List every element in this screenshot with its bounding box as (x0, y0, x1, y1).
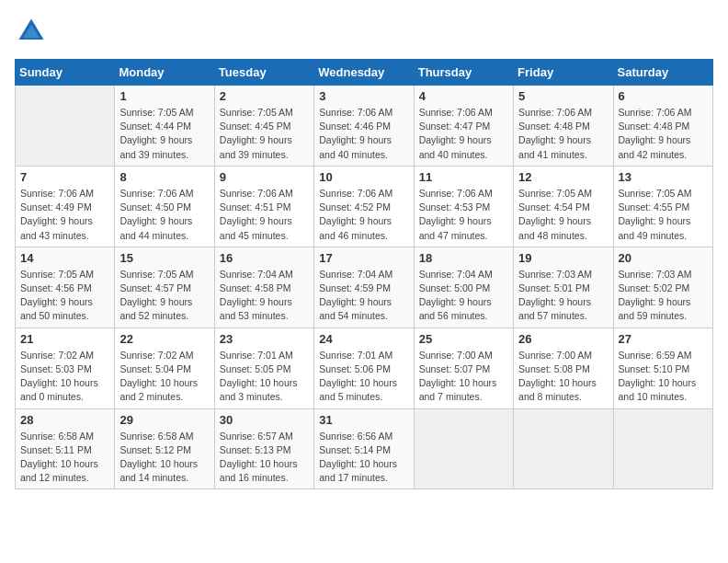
day-info: Sunrise: 7:06 AM Sunset: 4:50 PM Dayligh… (119, 187, 209, 243)
day-info: Sunrise: 7:06 AM Sunset: 4:46 PM Dayligh… (319, 106, 408, 162)
day-info: Sunrise: 7:06 AM Sunset: 4:52 PM Dayligh… (319, 187, 408, 243)
calendar-day-cell (514, 408, 613, 489)
day-info: Sunrise: 7:03 AM Sunset: 5:01 PM Dayligh… (518, 268, 608, 324)
calendar-day-cell: 26Sunrise: 7:00 AM Sunset: 5:08 PM Dayli… (514, 327, 613, 408)
calendar-header-cell: Monday (115, 60, 214, 86)
calendar-week-row: 1Sunrise: 7:05 AM Sunset: 4:44 PM Daylig… (16, 86, 713, 167)
calendar-day-cell: 1Sunrise: 7:05 AM Sunset: 4:44 PM Daylig… (115, 86, 214, 167)
day-number: 11 (419, 170, 508, 184)
calendar-day-cell (613, 408, 712, 489)
day-info: Sunrise: 7:05 AM Sunset: 4:57 PM Dayligh… (119, 268, 209, 324)
calendar-day-cell: 13Sunrise: 7:05 AM Sunset: 4:55 PM Dayli… (613, 166, 712, 247)
day-info: Sunrise: 7:00 AM Sunset: 5:07 PM Dayligh… (419, 349, 508, 405)
day-info: Sunrise: 7:04 AM Sunset: 4:59 PM Dayligh… (319, 268, 408, 324)
day-number: 8 (119, 170, 209, 184)
logo (15, 15, 51, 48)
day-info: Sunrise: 7:02 AM Sunset: 5:03 PM Dayligh… (20, 349, 109, 405)
day-number: 22 (119, 332, 209, 346)
day-number: 3 (319, 89, 408, 103)
day-number: 10 (319, 170, 408, 184)
day-info: Sunrise: 7:04 AM Sunset: 5:00 PM Dayligh… (419, 268, 508, 324)
calendar-day-cell: 14Sunrise: 7:05 AM Sunset: 4:56 PM Dayli… (16, 247, 115, 327)
day-number: 29 (119, 413, 209, 427)
day-info: Sunrise: 7:06 AM Sunset: 4:47 PM Dayligh… (419, 106, 508, 162)
day-number: 14 (20, 251, 109, 265)
day-number: 1 (119, 89, 209, 103)
calendar-day-cell (414, 408, 513, 489)
calendar-day-cell: 21Sunrise: 7:02 AM Sunset: 5:03 PM Dayli… (16, 327, 115, 408)
calendar-day-cell: 22Sunrise: 7:02 AM Sunset: 5:04 PM Dayli… (115, 327, 214, 408)
calendar-day-cell: 5Sunrise: 7:06 AM Sunset: 4:48 PM Daylig… (514, 86, 613, 167)
day-number: 13 (619, 170, 708, 184)
day-info: Sunrise: 7:06 AM Sunset: 4:49 PM Dayligh… (20, 187, 109, 243)
calendar-header: SundayMondayTuesdayWednesdayThursdayFrid… (16, 60, 713, 86)
day-info: Sunrise: 7:02 AM Sunset: 5:04 PM Dayligh… (119, 349, 209, 405)
day-number: 7 (20, 170, 109, 184)
calendar-day-cell: 20Sunrise: 7:03 AM Sunset: 5:02 PM Dayli… (613, 247, 712, 327)
day-number: 4 (419, 89, 508, 103)
day-number: 21 (20, 332, 109, 346)
day-number: 16 (220, 251, 309, 265)
day-number: 20 (619, 251, 708, 265)
logo-icon (15, 15, 48, 48)
day-info: Sunrise: 7:01 AM Sunset: 5:06 PM Dayligh… (319, 349, 408, 405)
calendar-day-cell: 17Sunrise: 7:04 AM Sunset: 4:59 PM Dayli… (314, 247, 414, 327)
calendar-day-cell: 2Sunrise: 7:05 AM Sunset: 4:45 PM Daylig… (214, 86, 313, 167)
day-info: Sunrise: 6:56 AM Sunset: 5:14 PM Dayligh… (319, 430, 408, 486)
calendar-day-cell: 19Sunrise: 7:03 AM Sunset: 5:01 PM Dayli… (514, 247, 613, 327)
day-number: 18 (419, 251, 508, 265)
day-info: Sunrise: 7:01 AM Sunset: 5:05 PM Dayligh… (220, 349, 309, 405)
day-number: 26 (518, 332, 608, 346)
calendar-header-cell: Tuesday (214, 60, 313, 86)
calendar-day-cell: 3Sunrise: 7:06 AM Sunset: 4:46 PM Daylig… (314, 86, 414, 167)
calendar-day-cell: 16Sunrise: 7:04 AM Sunset: 4:58 PM Dayli… (214, 247, 313, 327)
day-number: 9 (220, 170, 309, 184)
day-info: Sunrise: 7:06 AM Sunset: 4:48 PM Dayligh… (619, 106, 708, 162)
day-info: Sunrise: 6:57 AM Sunset: 5:13 PM Dayligh… (220, 430, 309, 486)
day-info: Sunrise: 7:05 AM Sunset: 4:45 PM Dayligh… (220, 106, 309, 162)
day-number: 27 (619, 332, 708, 346)
day-info: Sunrise: 6:58 AM Sunset: 5:11 PM Dayligh… (20, 430, 109, 486)
calendar-header-cell: Wednesday (314, 60, 414, 86)
calendar-day-cell: 10Sunrise: 7:06 AM Sunset: 4:52 PM Dayli… (314, 166, 414, 247)
calendar-day-cell: 18Sunrise: 7:04 AM Sunset: 5:00 PM Dayli… (414, 247, 513, 327)
day-info: Sunrise: 7:05 AM Sunset: 4:55 PM Dayligh… (619, 187, 708, 243)
day-number: 6 (619, 89, 708, 103)
calendar-day-cell: 25Sunrise: 7:00 AM Sunset: 5:07 PM Dayli… (414, 327, 513, 408)
day-number: 24 (319, 332, 408, 346)
calendar-day-cell: 29Sunrise: 6:58 AM Sunset: 5:12 PM Dayli… (115, 408, 214, 489)
day-info: Sunrise: 7:00 AM Sunset: 5:08 PM Dayligh… (518, 349, 608, 405)
calendar-week-row: 7Sunrise: 7:06 AM Sunset: 4:49 PM Daylig… (16, 166, 713, 247)
day-number: 5 (518, 89, 608, 103)
day-info: Sunrise: 7:05 AM Sunset: 4:54 PM Dayligh… (518, 187, 608, 243)
calendar-day-cell: 12Sunrise: 7:05 AM Sunset: 4:54 PM Dayli… (514, 166, 613, 247)
day-info: Sunrise: 7:06 AM Sunset: 4:51 PM Dayligh… (220, 187, 309, 243)
day-info: Sunrise: 7:06 AM Sunset: 4:48 PM Dayligh… (518, 106, 608, 162)
calendar-day-cell: 9Sunrise: 7:06 AM Sunset: 4:51 PM Daylig… (214, 166, 313, 247)
day-info: Sunrise: 6:58 AM Sunset: 5:12 PM Dayligh… (119, 430, 209, 486)
calendar-body: 1Sunrise: 7:05 AM Sunset: 4:44 PM Daylig… (16, 86, 713, 489)
day-number: 17 (319, 251, 408, 265)
day-number: 31 (319, 413, 408, 427)
day-number: 28 (20, 413, 109, 427)
calendar-header-cell: Saturday (613, 60, 712, 86)
calendar-day-cell (16, 86, 115, 167)
calendar-header-cell: Friday (514, 60, 613, 86)
calendar-table: SundayMondayTuesdayWednesdayThursdayFrid… (15, 59, 713, 489)
calendar-week-row: 21Sunrise: 7:02 AM Sunset: 5:03 PM Dayli… (16, 327, 713, 408)
calendar-day-cell: 28Sunrise: 6:58 AM Sunset: 5:11 PM Dayli… (16, 408, 115, 489)
calendar-header-cell: Sunday (16, 60, 115, 86)
calendar-day-cell: 27Sunrise: 6:59 AM Sunset: 5:10 PM Dayli… (613, 327, 712, 408)
calendar-day-cell: 24Sunrise: 7:01 AM Sunset: 5:06 PM Dayli… (314, 327, 414, 408)
calendar-day-cell: 15Sunrise: 7:05 AM Sunset: 4:57 PM Dayli… (115, 247, 214, 327)
day-number: 25 (419, 332, 508, 346)
calendar-day-cell: 7Sunrise: 7:06 AM Sunset: 4:49 PM Daylig… (16, 166, 115, 247)
day-info: Sunrise: 7:06 AM Sunset: 4:53 PM Dayligh… (419, 187, 508, 243)
day-info: Sunrise: 7:04 AM Sunset: 4:58 PM Dayligh… (220, 268, 309, 324)
day-info: Sunrise: 7:03 AM Sunset: 5:02 PM Dayligh… (619, 268, 708, 324)
calendar-week-row: 14Sunrise: 7:05 AM Sunset: 4:56 PM Dayli… (16, 247, 713, 327)
calendar-week-row: 28Sunrise: 6:58 AM Sunset: 5:11 PM Dayli… (16, 408, 713, 489)
day-number: 12 (518, 170, 608, 184)
day-number: 23 (220, 332, 309, 346)
calendar-day-cell: 6Sunrise: 7:06 AM Sunset: 4:48 PM Daylig… (613, 86, 712, 167)
